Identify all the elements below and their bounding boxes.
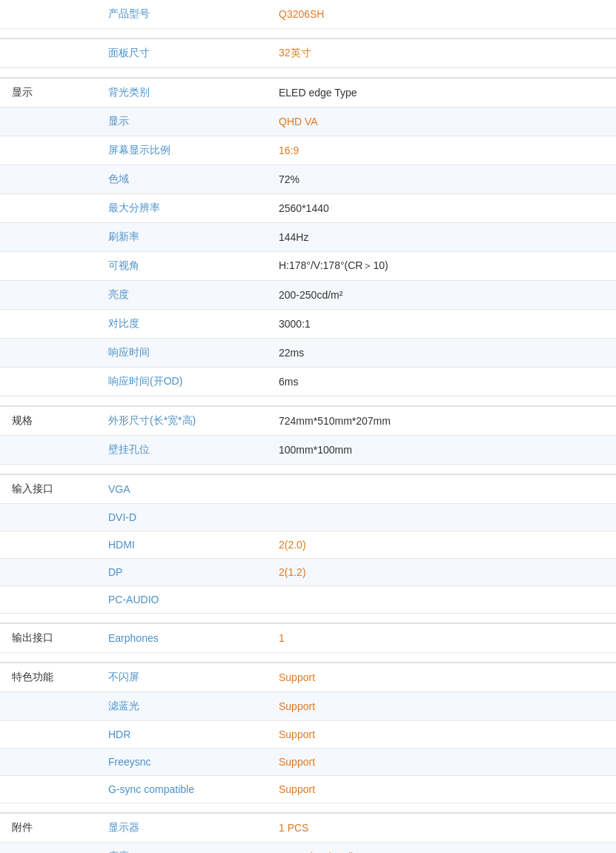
label-cell: 滤蓝光 xyxy=(96,692,267,721)
table-row: 响应时间(开OD)6ms xyxy=(0,368,616,396)
label-cell: 响应时间(开OD) xyxy=(96,368,267,396)
value-cell: 16:9 xyxy=(267,136,616,165)
table-row: 壁挂孔位100mm*100mm xyxy=(0,436,616,465)
label-cell: 亮度 xyxy=(96,281,267,310)
value-cell: 2(1.2) xyxy=(267,559,616,586)
table-row: 规格外形尺寸(长*宽*高)724mm*510mm*207mm xyxy=(0,406,616,436)
table-row: 对比度3000:1 xyxy=(0,310,616,339)
label-cell: 响应时间 xyxy=(96,339,267,368)
table-row: 特色功能不闪屏Support xyxy=(0,663,616,692)
table-row: 滤蓝光Support xyxy=(0,692,616,721)
value-cell: H:178°/V:178°(CR＞10) xyxy=(267,252,616,281)
value-cell: 2(2.0) xyxy=(267,531,616,559)
value-cell: 100mm*100mm xyxy=(267,436,616,465)
separator-row xyxy=(0,803,616,814)
label-cell: HDR xyxy=(96,721,267,749)
value-cell: Q3206SH xyxy=(267,0,616,29)
table-row: 可视角H:178°/V:178°(CR＞10) xyxy=(0,252,616,281)
value-cell xyxy=(267,504,616,531)
table-row: 亮度200-250cd/m² xyxy=(0,281,616,310)
category-cell xyxy=(0,368,96,396)
category-cell xyxy=(0,721,96,749)
separator-row xyxy=(0,68,616,79)
value-cell: QHD VA xyxy=(267,107,616,136)
label-cell: 屏幕显示比例 xyxy=(96,136,267,165)
label-cell: DP xyxy=(96,559,267,586)
category-cell xyxy=(0,281,96,310)
table-row: 响应时间22ms xyxy=(0,339,616,368)
separator-row xyxy=(0,653,616,663)
label-cell: 背光类别 xyxy=(96,78,267,107)
table-row: 刷新率144Hz xyxy=(0,223,616,252)
table-row: 显示QHD VA xyxy=(0,107,616,136)
category-cell: 特色功能 xyxy=(0,663,96,692)
value-cell: Support xyxy=(267,663,616,692)
category-cell xyxy=(0,310,96,339)
value-cell xyxy=(267,474,616,504)
separator-row xyxy=(0,465,616,475)
category-cell: 显示 xyxy=(0,78,96,107)
category-cell xyxy=(0,586,96,614)
value-cell: Support xyxy=(267,776,616,803)
label-cell: PC-AUDIO xyxy=(96,586,267,614)
table-row: FreeysncSupport xyxy=(0,749,616,776)
category-cell xyxy=(0,223,96,252)
value-cell: 1 PCS(Optional) xyxy=(267,843,616,854)
value-cell: 6ms xyxy=(267,368,616,396)
category-cell xyxy=(0,749,96,776)
category-cell xyxy=(0,252,96,281)
label-cell: 面板尺寸 xyxy=(96,39,267,68)
label-cell: VGA xyxy=(96,474,267,504)
label-cell: 最大分辨率 xyxy=(96,194,267,223)
category-cell xyxy=(0,0,96,29)
label-cell: 壁挂孔位 xyxy=(96,436,267,465)
table-row: 输入接口VGA xyxy=(0,474,616,504)
table-row: 最大分辨率2560*1440 xyxy=(0,194,616,223)
value-cell: 1 PCS xyxy=(267,813,616,843)
category-cell xyxy=(0,559,96,586)
label-cell: HDMI xyxy=(96,531,267,559)
value-cell: 22ms xyxy=(267,339,616,368)
category-cell: 输入接口 xyxy=(0,474,96,504)
value-cell: ELED edge Type xyxy=(267,78,616,107)
value-cell: 200-250cd/m² xyxy=(267,281,616,310)
category-cell xyxy=(0,136,96,165)
value-cell: Support xyxy=(267,749,616,776)
value-cell: 2560*1440 xyxy=(267,194,616,223)
spec-table: 产品型号Q3206SH面板尺寸32英寸显示背光类别ELED edge Type显… xyxy=(0,0,616,853)
table-row: HDMI2(2.0) xyxy=(0,531,616,559)
value-cell: Support xyxy=(267,721,616,749)
category-cell xyxy=(0,194,96,223)
value-cell: 3000:1 xyxy=(267,310,616,339)
label-cell: Earphones xyxy=(96,623,267,653)
label-cell: 对比度 xyxy=(96,310,267,339)
category-cell xyxy=(0,165,96,194)
table-row: 显示背光类别ELED edge Type xyxy=(0,78,616,107)
label-cell: 外形尺寸(长*宽*高) xyxy=(96,406,267,436)
value-cell xyxy=(267,586,616,614)
table-row: 面板尺寸32英寸 xyxy=(0,39,616,68)
table-row: 屏幕显示比例16:9 xyxy=(0,136,616,165)
separator-row xyxy=(0,29,616,39)
table-row: PC-AUDIO xyxy=(0,586,616,614)
category-cell: 附件 xyxy=(0,813,96,843)
value-cell: Support xyxy=(267,692,616,721)
table-row: 底座1 PCS(Optional) xyxy=(0,843,616,854)
category-cell xyxy=(0,692,96,721)
separator-row xyxy=(0,396,616,407)
category-cell: 规格 xyxy=(0,406,96,436)
label-cell: 不闪屏 xyxy=(96,663,267,692)
label-cell: Freeysnc xyxy=(96,749,267,776)
label-cell: 底座 xyxy=(96,843,267,854)
category-cell xyxy=(0,531,96,559)
label-cell: 色域 xyxy=(96,165,267,194)
label-cell: G-sync compatible xyxy=(96,776,267,803)
category-cell xyxy=(0,436,96,465)
table-row: 色域72% xyxy=(0,165,616,194)
table-row: DVI-D xyxy=(0,504,616,531)
category-cell xyxy=(0,504,96,531)
label-cell: 显示 xyxy=(96,107,267,136)
label-cell: 产品型号 xyxy=(96,0,267,29)
table-row: DP2(1.2) xyxy=(0,559,616,586)
table-row: 产品型号Q3206SH xyxy=(0,0,616,29)
